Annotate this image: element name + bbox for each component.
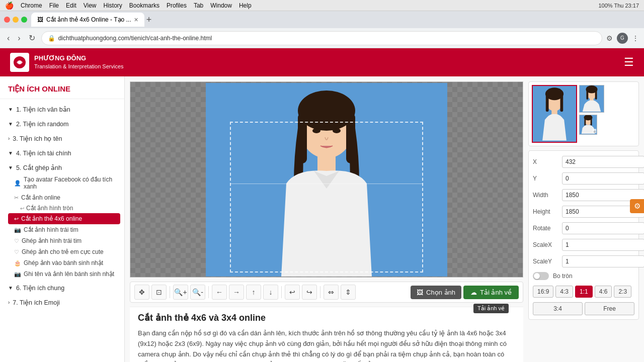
rotate-input[interactable]: [562, 222, 644, 234]
sidebar-section-1-header[interactable]: ▼ 1. Tiện ích văn bản: [0, 103, 124, 116]
sidebar-section-6-header[interactable]: ▼ 6. Tiện ích chung: [0, 282, 124, 294]
sidebar-section-1: ▼ 1. Tiện ích văn bản: [0, 102, 124, 117]
new-tab-button[interactable]: +: [146, 15, 152, 24]
chrome-menu-button[interactable]: ⋮: [632, 34, 639, 42]
svg-rect-14: [560, 95, 563, 112]
address-bar[interactable]: 🔒 dichthuatphuongdong.com/tienich/cat-an…: [41, 31, 602, 45]
svg-point-9: [333, 128, 341, 133]
sidebar-section-3-header[interactable]: › 3. Tiện ích họ tên: [0, 132, 124, 145]
sidebar-title: TIỆN ÍCH ONLINE: [0, 82, 124, 99]
small-thumb-2-image: ID: [580, 115, 597, 134]
y-setting-row: Y px: [533, 171, 634, 186]
sidebar-item-ghep-hinh-trai-tim[interactable]: ♡ Ghép ảnh hình trái tim: [4, 235, 124, 246]
toggle-thumb: [534, 273, 540, 279]
menu-help[interactable]: Help: [239, 2, 252, 9]
choose-image-button[interactable]: 🖼 Chọn ảnh: [411, 286, 461, 299]
chrome-titlebar: 🖼 Cắt ảnh thẻ 4x6 Online - Tạo ... × +: [0, 11, 644, 28]
site-header: PHƯƠNG ĐÔNG Translation & Interpretation…: [0, 48, 644, 76]
sidebar-section-2-header[interactable]: ▼ 2. Tiện ích random: [0, 118, 124, 130]
toolbar-separator-2: [208, 286, 209, 298]
ratio-buttons: 16:9 4:3 1:1 4:6 2:3: [533, 284, 634, 300]
ratio-3-4-button[interactable]: 3:4: [533, 302, 583, 315]
tab-close-button[interactable]: ×: [134, 16, 138, 24]
menu-bookmarks[interactable]: Bookmarks: [129, 2, 159, 9]
write-icon: 📷: [14, 271, 21, 278]
x-label: X: [533, 158, 559, 165]
download-tooltip: Tải ảnh về: [473, 304, 509, 313]
move-tool-button[interactable]: ✥: [134, 285, 149, 300]
sidebar-item-ghep-anh-banh[interactable]: 🎂 Ghép ảnh vào bánh sinh nhật: [4, 257, 124, 268]
menu-edit[interactable]: Edit: [66, 2, 76, 9]
sidebar-item-cat-hinh-tron[interactable]: ↩ Cắt ảnh hình tròn: [4, 203, 124, 213]
ratio-4-6-button[interactable]: 4:6: [595, 286, 612, 298]
small-thumbnail-2: ID: [579, 115, 597, 135]
download-icon: ☁: [470, 289, 477, 296]
logo-icon: [10, 53, 29, 72]
image-upload-icon: 🖼: [417, 289, 423, 296]
back-button[interactable]: ‹: [5, 32, 12, 45]
menu-history[interactable]: History: [104, 2, 122, 9]
ratio-free-button[interactable]: Free: [585, 302, 634, 315]
redo-button[interactable]: ↪: [302, 285, 317, 300]
sidebar-item-cat-hinh-trai-tim[interactable]: 📷 Cắt ảnh hình trái tim: [4, 224, 124, 235]
refresh-button[interactable]: ↻: [27, 31, 37, 45]
height-setting-row: Height px: [533, 205, 634, 219]
main-preview-thumbnail: [532, 85, 577, 143]
page-description: Bạn đang cần nộp hồ sơ gì đó và cần dán …: [138, 328, 515, 362]
rounded-toggle-switch[interactable]: [533, 272, 549, 280]
ratio-4-3-button[interactable]: 4:3: [555, 286, 573, 298]
menu-tab[interactable]: Tab: [194, 2, 203, 9]
tab-title: Cắt ảnh thẻ 4x6 Online - Tạo ...: [46, 16, 131, 23]
scaley-input[interactable]: [562, 255, 644, 267]
menu-window[interactable]: Window: [210, 2, 232, 9]
pan-down-button[interactable]: ↓: [263, 285, 278, 300]
sidebar-section-4-header[interactable]: ▼ 4. Tiện ích tài chính: [0, 147, 124, 159]
menu-profiles[interactable]: Profiles: [167, 2, 187, 9]
ratio-1-1-button[interactable]: 1:1: [575, 286, 593, 298]
download-button[interactable]: ☁ Tải ảnh về Tải ảnh về: [463, 286, 519, 299]
sidebar-item-ghi-ten-anh[interactable]: 📷 Ghi tên và ảnh lên bánh sinh nhật: [4, 268, 124, 280]
forward-button[interactable]: ›: [16, 32, 22, 45]
small-thumb-1-image: [580, 85, 604, 112]
sidebar-section-7-header[interactable]: › 7. Tiện ích Emoji: [0, 296, 124, 309]
crop-tool-button[interactable]: ⊡: [151, 285, 167, 300]
pan-up-button[interactable]: ↑: [246, 285, 261, 300]
sidebar-item-cat-the-4x6[interactable]: ↩ Cắt ảnh thẻ 4x6 online: [8, 213, 120, 224]
pan-left-button[interactable]: ←: [212, 285, 227, 300]
menu-chrome[interactable]: Chrome: [21, 2, 42, 9]
close-window-button[interactable]: [4, 17, 10, 23]
menu-view[interactable]: View: [84, 2, 97, 9]
gear-icon: ⚙: [634, 202, 640, 211]
ratio-2-3-button[interactable]: 2:3: [614, 286, 631, 298]
zoom-in-button[interactable]: 🔍+: [173, 285, 188, 300]
user-account-button[interactable]: G: [617, 33, 628, 44]
flip-v-button[interactable]: ⇕: [341, 285, 356, 300]
traffic-lights: [4, 17, 27, 23]
x-input[interactable]: [562, 156, 644, 168]
undo-button[interactable]: ↩: [285, 285, 300, 300]
y-input[interactable]: [562, 172, 644, 185]
scalex-input[interactable]: [562, 239, 644, 251]
hamburger-menu-button[interactable]: ☰: [624, 56, 634, 69]
pan-right-button[interactable]: →: [229, 285, 244, 300]
zoom-out-button[interactable]: 🔍-: [190, 285, 205, 300]
menu-file[interactable]: File: [49, 2, 59, 9]
sidebar-item-ghep-anh-cho-tre[interactable]: ♡ Ghép ảnh cho trẻ em cực cute: [4, 246, 124, 257]
maximize-window-button[interactable]: [21, 17, 27, 23]
chevron-down-icon-4: ▼: [8, 150, 13, 156]
sidebar-section-5-header[interactable]: ▼ 5. Cắt ghép ảnh: [0, 161, 124, 174]
sidebar-item-ghep-hinh-trai-tim-label: Ghép ảnh hình trái tim: [22, 237, 82, 244]
gear-fab-button[interactable]: ⚙: [630, 199, 644, 213]
scissors-icon: ✂: [14, 195, 19, 201]
ratio-16-9-button[interactable]: 16:9: [533, 286, 553, 298]
extensions-icon[interactable]: ⚙: [606, 34, 613, 42]
minimize-window-button[interactable]: [13, 17, 19, 23]
width-label: Width: [533, 192, 559, 199]
sidebar-item-avatar-label: Tạo avatar Facebook có đầu tích xanh: [24, 176, 116, 190]
active-tab[interactable]: 🖼 Cắt ảnh thẻ 4x6 Online - Tạo ... ×: [31, 13, 144, 27]
svg-rect-25: [584, 119, 586, 126]
preview-thumbnails: ID: [528, 81, 639, 146]
sidebar-item-cat-anh-online[interactable]: ✂ Cắt ảnh online: [4, 192, 124, 203]
sidebar-item-avatar[interactable]: 👤 Tạo avatar Facebook có đầu tích xanh: [4, 174, 124, 192]
flip-h-button[interactable]: ⇔: [324, 285, 339, 300]
